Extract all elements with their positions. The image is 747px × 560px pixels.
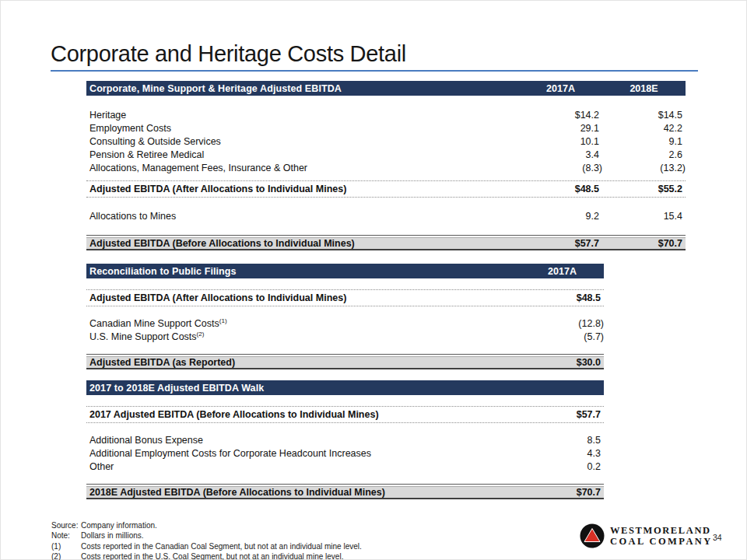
footnote-source: Source: Company information. xyxy=(51,520,362,530)
row-value-2017a: $48.5 xyxy=(519,184,602,194)
table-ebitda-walk: 2017 to 2018E Adjusted EBITDA Walk 2017 … xyxy=(86,380,604,499)
row-value: 4.3 xyxy=(521,448,604,459)
slide: Corporate and Heritage Costs Detail Corp… xyxy=(0,0,747,560)
column-header-2017a: 2017A xyxy=(519,83,602,94)
row-value-2017a: 3.4 xyxy=(519,149,602,160)
page-title: Corporate and Heritage Costs Detail xyxy=(51,41,406,67)
row-label: Additional Employment Costs for Corporat… xyxy=(86,448,521,459)
table-header-label: Corporate, Mine Support & Heritage Adjus… xyxy=(86,83,519,94)
row-value-2017a: $30.0 xyxy=(521,357,604,368)
row-label: 2018E Adjusted EBITDA (Before Allocation… xyxy=(86,487,521,498)
table-row: U.S. Mine Support Costs(2) (5.7) xyxy=(86,330,604,343)
table-row: Other 0.2 xyxy=(86,460,604,473)
row-value-2017a: $57.7 xyxy=(519,238,602,249)
row-label: Employment Costs xyxy=(86,123,519,134)
row-value-2017a: $14.2 xyxy=(519,110,602,121)
subtotal-row-after-allocations: Adjusted EBITDA (After Allocations to In… xyxy=(86,180,686,198)
table-header: Reconciliation to Public Filings 2017A xyxy=(86,264,604,278)
table-header: Corporate, Mine Support & Heritage Adjus… xyxy=(86,81,686,96)
row-value-2017a: 10.1 xyxy=(519,136,602,147)
row-value: $70.7 xyxy=(521,487,604,498)
column-header-2017a: 2017A xyxy=(521,266,604,277)
total-row-2018e-before-allocations: 2018E Adjusted EBITDA (Before Allocation… xyxy=(86,484,604,499)
subtotal-row-2017-before-allocations: 2017 Adjusted EBITDA (Before Allocations… xyxy=(86,406,604,423)
row-value-2018e: $14.5 xyxy=(602,110,686,121)
footnote-ref-1: (1) xyxy=(219,317,227,324)
table-row: Heritage $14.2 $14.5 xyxy=(86,108,686,121)
total-row-before-allocations: Adjusted EBITDA (Before Allocations to I… xyxy=(86,235,686,250)
row-value-2017a: (12.8) xyxy=(521,318,604,329)
footnote-1: (1) Costs reported in the Canadian Coal … xyxy=(51,541,362,551)
row-label: Adjusted EBITDA (Before Allocations to I… xyxy=(86,238,519,249)
row-value-2017a: (8.3) xyxy=(519,163,602,173)
row-label: Adjusted EBITDA (After Allocations to In… xyxy=(86,184,519,194)
row-value-2018e: 9.1 xyxy=(602,136,686,147)
row-label: Adjusted EBITDA (After Allocations to In… xyxy=(86,292,521,303)
row-label: Additional Bonus Expense xyxy=(86,435,521,446)
row-value-2018e: $55.2 xyxy=(602,184,686,194)
title-underline xyxy=(51,70,698,72)
subtotal-row-after-allocations: Adjusted EBITDA (After Allocations to In… xyxy=(86,289,604,306)
westmoreland-triangle-icon xyxy=(580,523,605,548)
row-value-2018e: (13.2) xyxy=(602,163,686,173)
row-value-2018e: 2.6 xyxy=(602,149,686,160)
row-value-2017a: (5.7) xyxy=(521,331,604,342)
footnote-2: (2) Costs reported in the U.S. Coal Segm… xyxy=(51,551,362,560)
table-row: Canadian Mine Support Costs(1) (12.8) xyxy=(86,317,604,330)
row-label: Other xyxy=(86,461,521,472)
table-row: Additional Employment Costs for Corporat… xyxy=(86,446,604,460)
table-corporate-heritage-ebitda: Corporate, Mine Support & Heritage Adjus… xyxy=(86,81,686,250)
row-label: Heritage xyxy=(86,110,519,121)
footnotes: Source: Company information. Note: Dolla… xyxy=(51,520,362,560)
table-header: 2017 to 2018E Adjusted EBITDA Walk xyxy=(86,380,604,395)
row-value-2017a: $48.5 xyxy=(521,292,604,303)
row-label: Adjusted EBITDA (as Reported) xyxy=(86,357,521,368)
company-logo: WESTMORELAND COAL COMPANY xyxy=(580,523,713,548)
table-reconciliation-public-filings: Reconciliation to Public Filings 2017A A… xyxy=(86,264,604,369)
row-value-2017a: 9.2 xyxy=(519,211,602,222)
row-value-2018e: $70.7 xyxy=(602,238,686,249)
table-header-label: Reconciliation to Public Filings xyxy=(86,266,521,277)
row-value: 0.2 xyxy=(521,461,604,472)
table-row: Employment Costs 29.1 42.2 xyxy=(86,121,686,135)
row-value-2018e: 15.4 xyxy=(602,211,686,222)
total-row-as-reported: Adjusted EBITDA (as Reported) $30.0 xyxy=(86,354,604,369)
row-value-2018e: 42.2 xyxy=(602,123,686,134)
footnote-note: Note: Dollars in millions. xyxy=(51,530,362,541)
row-label: Allocations to Mines xyxy=(86,211,519,222)
table-row: Additional Bonus Expense 8.5 xyxy=(86,433,604,446)
row-label: Allocations, Management Fees, Insurance … xyxy=(86,163,519,173)
table-row: Consulting & Outside Services 10.1 9.1 xyxy=(86,135,686,148)
row-value: $57.7 xyxy=(521,409,604,420)
row-value: 8.5 xyxy=(521,435,604,446)
table-row-allocations-to-mines: Allocations to Mines 9.2 15.4 xyxy=(86,209,686,222)
company-logo-text: WESTMORELAND COAL COMPANY xyxy=(610,525,713,547)
row-label: Canadian Mine Support Costs(1) xyxy=(86,318,521,329)
footnote-ref-2: (2) xyxy=(197,330,205,337)
row-label: Consulting & Outside Services xyxy=(86,136,519,147)
row-value-2017a: 29.1 xyxy=(519,123,602,134)
table-header-label: 2017 to 2018E Adjusted EBITDA Walk xyxy=(86,383,604,394)
row-label: U.S. Mine Support Costs(2) xyxy=(86,331,521,342)
table-row: Allocations, Management Fees, Insurance … xyxy=(86,161,686,174)
table-row: Pension & Retiree Medical 3.4 2.6 xyxy=(86,148,686,161)
row-label: 2017 Adjusted EBITDA (Before Allocations… xyxy=(86,409,521,420)
page-number: 34 xyxy=(713,533,722,542)
row-label: Pension & Retiree Medical xyxy=(86,149,519,160)
column-header-2018e: 2018E xyxy=(602,83,686,94)
